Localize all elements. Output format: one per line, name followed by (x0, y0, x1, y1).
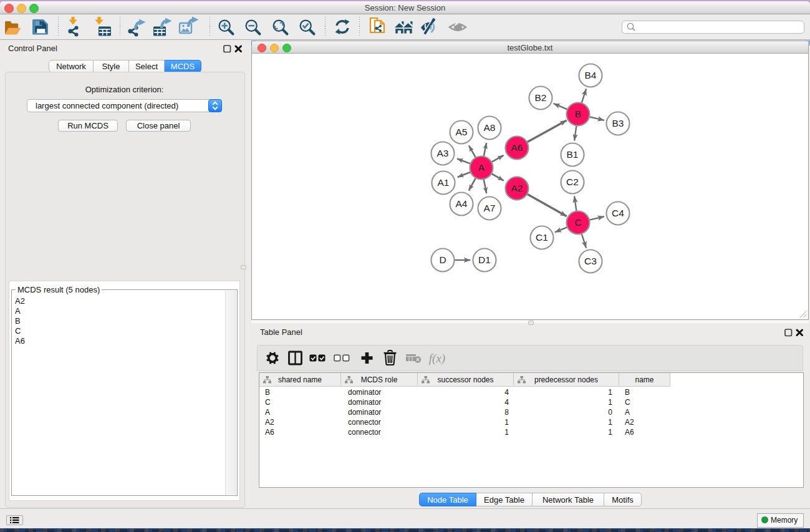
svg-text:D: D (439, 254, 446, 265)
svg-text:B1: B1 (567, 149, 579, 160)
svg-text:B4: B4 (585, 70, 597, 80)
svg-text:B: B (575, 109, 581, 119)
svg-text:C2: C2 (566, 177, 579, 187)
svg-text:f(x): f(x) (429, 352, 445, 365)
svg-text:A3: A3 (437, 148, 449, 158)
svg-text:C3: C3 (584, 256, 597, 266)
svg-text:C1: C1 (536, 232, 548, 243)
svg-text:A5: A5 (456, 127, 468, 137)
svg-text:A8: A8 (484, 122, 496, 133)
svg-text:B3: B3 (612, 118, 624, 128)
svg-text:A4: A4 (456, 198, 468, 209)
svg-text:A2: A2 (511, 183, 523, 193)
svg-text:A1: A1 (438, 177, 450, 188)
svg-text:A: A (478, 162, 485, 173)
svg-text:C4: C4 (612, 208, 624, 218)
svg-text:B2: B2 (535, 92, 547, 103)
svg-text:A6: A6 (511, 142, 523, 153)
svg-text:A7: A7 (484, 203, 496, 213)
svg-text:D1: D1 (478, 254, 491, 265)
svg-text:C: C (574, 217, 581, 228)
